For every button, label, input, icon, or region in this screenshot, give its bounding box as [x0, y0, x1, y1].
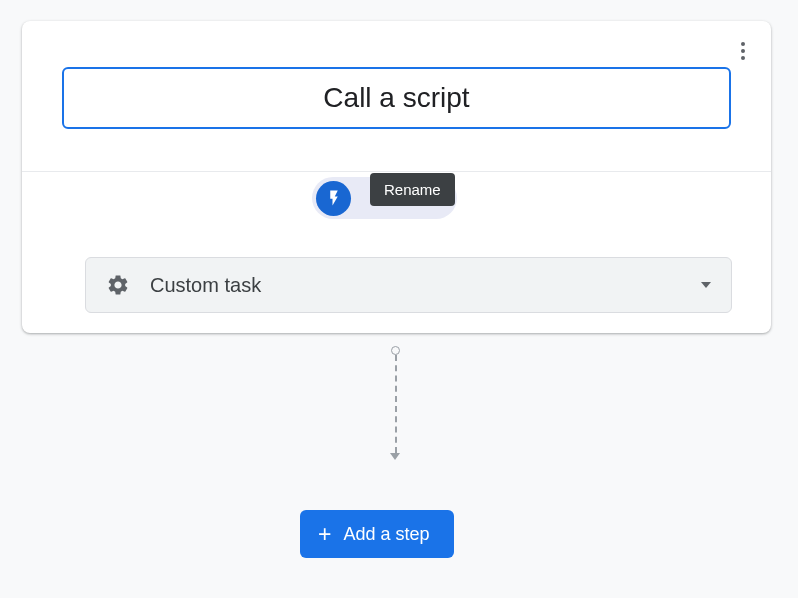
task-type-dropdown[interactable]: Custom task	[85, 257, 732, 313]
connector-start-icon	[391, 346, 400, 355]
connector-line	[395, 355, 397, 453]
rename-tooltip: Rename	[370, 173, 455, 206]
flow-connector	[393, 346, 399, 496]
gear-icon	[106, 273, 130, 297]
divider	[22, 171, 771, 172]
task-type-label: Custom task	[150, 274, 701, 297]
bolt-icon	[316, 181, 351, 216]
chevron-down-icon	[701, 282, 711, 288]
add-step-label: Add a step	[343, 524, 429, 545]
more-menu-button[interactable]	[731, 39, 755, 63]
task-title-input[interactable]	[62, 67, 731, 129]
plus-icon: +	[318, 523, 331, 546]
connector-arrow-icon	[390, 453, 400, 460]
task-card: Pick task Rename Custom task	[22, 21, 771, 333]
add-step-button[interactable]: + Add a step	[300, 510, 454, 558]
